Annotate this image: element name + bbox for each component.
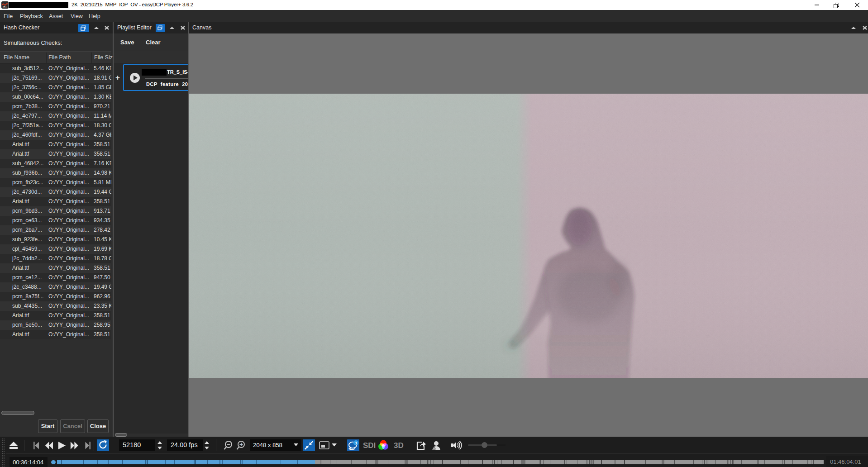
svg-text:1: 1	[355, 440, 358, 445]
